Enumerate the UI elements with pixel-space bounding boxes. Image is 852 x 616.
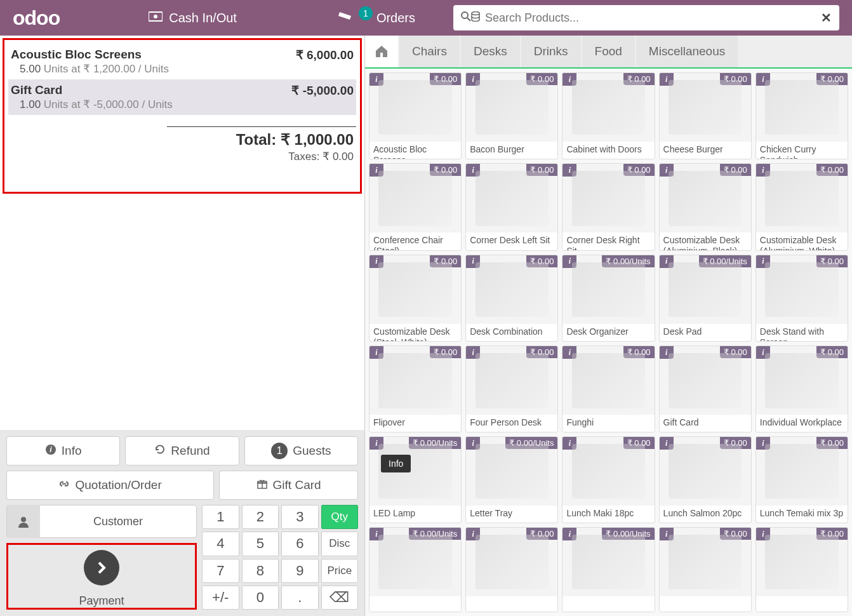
product-card[interactable]: i₹ 0.00Conference Chair (Steel): [369, 163, 462, 250]
mode-disc-button[interactable]: Disc: [321, 532, 359, 556]
product-name: LED Lamp: [369, 506, 461, 523]
order-summary: Acoustic Bloc Screens₹ 6,000.005.00 Unit…: [3, 38, 362, 194]
logo: odoo: [13, 6, 60, 30]
product-card[interactable]: i₹ 0.00Four Person Desk: [465, 345, 558, 432]
guests-button[interactable]: 1 Guests: [244, 436, 358, 465]
product-card[interactable]: i₹ 0.00Lunch Salmon 20pc: [659, 436, 752, 523]
category-drinks[interactable]: Drinks: [521, 36, 581, 67]
numkey-0[interactable]: 0: [242, 586, 279, 610]
category-miscellaneous[interactable]: Miscellaneous: [636, 36, 738, 67]
payment-button[interactable]: Payment: [6, 543, 197, 610]
product-card[interactable]: i₹ 0.00/Units: [562, 527, 655, 612]
product-name: Customizable Desk (Aluminium, White): [756, 232, 848, 250]
product-card[interactable]: i₹ 0.00Cabinet with Doors: [562, 72, 655, 159]
line-product-name: Gift Card: [11, 83, 62, 98]
product-card[interactable]: i₹ 0.00Customizable Desk (Aluminium, Bla…: [659, 163, 752, 250]
numkey-4[interactable]: 4: [202, 532, 239, 556]
product-card[interactable]: i₹ 0.00Customizable Desk (Steel, White): [369, 255, 462, 342]
product-name: Desk Stand with Screen: [756, 324, 848, 342]
product-card[interactable]: i₹ 0.00Funghi: [562, 345, 655, 432]
order-total: Total: ₹ 1,000.00: [167, 131, 354, 149]
category-bar: ChairsDesksDrinksFoodMiscellaneous: [365, 36, 852, 69]
product-card[interactable]: i₹ 0.00Lunch Temaki mix 3p: [755, 436, 848, 523]
product-name: [562, 596, 654, 612]
product-card[interactable]: i₹ 0.00/UnitsInfoLED Lamp: [369, 436, 462, 523]
product-name: Corner Desk Left Sit: [466, 232, 557, 250]
product-card[interactable]: i₹ 0.00Individual Workplace: [755, 345, 848, 432]
product-card[interactable]: i₹ 0.00Chicken Curry Sandwich: [755, 72, 848, 159]
product-card[interactable]: i₹ 0.00/Units: [369, 527, 462, 612]
product-name: Customizable Desk (Aluminium, Black): [660, 232, 751, 250]
search-icon: [461, 11, 471, 24]
numpad: 123Qty456Disc789Price+/-0.⌫: [202, 505, 358, 610]
numkey-+/-[interactable]: +/-: [202, 586, 239, 610]
product-name: Four Person Desk: [466, 415, 557, 432]
search-box[interactable]: ✕: [453, 5, 839, 30]
quotation-button[interactable]: Quotation/Order: [6, 471, 214, 500]
order-line[interactable]: Acoustic Bloc Screens₹ 6,000.005.00 Unit…: [8, 44, 356, 79]
product-card[interactable]: i₹ 0.00: [755, 527, 848, 612]
cash-in-out-button[interactable]: Cash In/Out: [136, 11, 250, 25]
product-name: Individual Workplace: [756, 415, 848, 432]
mode-price-button[interactable]: Price: [321, 559, 359, 583]
product-card[interactable]: i₹ 0.00Corner Desk Left Sit: [465, 163, 558, 250]
product-card[interactable]: i₹ 0.00Desk Stand with Screen: [755, 255, 848, 342]
giftcard-button[interactable]: Gift Card: [219, 471, 358, 500]
search-input[interactable]: [485, 11, 821, 25]
product-card[interactable]: i₹ 0.00Lunch Maki 18pc: [562, 436, 655, 523]
product-card[interactable]: i₹ 0.00/UnitsDesk Pad: [659, 255, 752, 342]
line-price: ₹ 6,000.00: [296, 48, 354, 62]
numkey-3[interactable]: 3: [281, 505, 319, 529]
product-card[interactable]: i₹ 0.00Customizable Desk (Aluminium, Whi…: [755, 163, 848, 250]
numkey-5[interactable]: 5: [242, 532, 279, 556]
order-taxes: Taxes: ₹ 0.00: [167, 150, 354, 163]
info-button[interactable]: i Info: [6, 436, 120, 465]
chevron-right-icon: [84, 550, 119, 586]
refund-button[interactable]: Refund: [125, 436, 239, 465]
numkey-2[interactable]: 2: [242, 505, 279, 529]
ticket-icon: [338, 11, 352, 25]
numkey-7[interactable]: 7: [202, 559, 239, 583]
numkey-.[interactable]: .: [281, 586, 319, 610]
product-card[interactable]: i₹ 0.00Gift Card: [659, 345, 752, 432]
product-card[interactable]: i₹ 0.00Cheese Burger: [659, 72, 752, 159]
mode-qty-button[interactable]: Qty: [321, 505, 359, 529]
product-card[interactable]: i₹ 0.00Flipover: [369, 345, 462, 432]
product-name: Gift Card: [660, 415, 751, 432]
line-product-name: Acoustic Bloc Screens: [11, 48, 142, 62]
product-name: Cabinet with Doors: [562, 142, 654, 159]
product-card[interactable]: i₹ 0.00Corner Desk Right Sit: [562, 163, 655, 250]
product-card[interactable]: i₹ 0.00: [465, 527, 558, 612]
home-category-button[interactable]: [365, 36, 398, 67]
gift-icon: [256, 478, 268, 493]
numkey-1[interactable]: 1: [202, 505, 239, 529]
numkey-8[interactable]: 8: [242, 559, 279, 583]
product-name: Bacon Burger: [466, 142, 557, 159]
product-card[interactable]: i₹ 0.00Acoustic Bloc Screens: [369, 72, 462, 159]
category-desks[interactable]: Desks: [461, 36, 520, 67]
products-grid: i₹ 0.00Acoustic Bloc Screensi₹ 0.00Bacon…: [365, 69, 852, 616]
numkey-9[interactable]: 9: [281, 559, 319, 583]
product-card[interactable]: i₹ 0.00: [659, 527, 752, 612]
backspace-button[interactable]: ⌫: [321, 586, 359, 610]
product-name: Cheese Burger: [660, 142, 751, 159]
orders-button[interactable]: 1 Orders: [326, 11, 428, 25]
product-name: Chicken Curry Sandwich: [756, 142, 848, 159]
product-card[interactable]: i₹ 0.00/UnitsLetter Tray: [465, 436, 558, 523]
svg-point-2: [462, 12, 468, 18]
product-name: Corner Desk Right Sit: [562, 232, 654, 250]
clear-search-icon[interactable]: ✕: [821, 10, 832, 25]
product-name: Customizable Desk (Steel, White): [369, 324, 461, 342]
product-card[interactable]: i₹ 0.00Bacon Burger: [465, 72, 558, 159]
refund-icon: [154, 444, 166, 459]
order-line[interactable]: Gift Card₹ -5,000.001.00 Units at ₹ -5,0…: [8, 79, 356, 115]
database-icon: [471, 11, 480, 24]
product-card[interactable]: i₹ 0.00/UnitsDesk Organizer: [562, 255, 655, 342]
customer-button[interactable]: Customer: [6, 505, 197, 538]
product-card[interactable]: i₹ 0.00Desk Combination: [465, 255, 558, 342]
category-food[interactable]: Food: [582, 36, 635, 67]
svg-point-10: [21, 517, 26, 522]
numkey-6[interactable]: 6: [281, 532, 319, 556]
svg-point-4: [472, 12, 479, 15]
category-chairs[interactable]: Chairs: [399, 36, 460, 67]
